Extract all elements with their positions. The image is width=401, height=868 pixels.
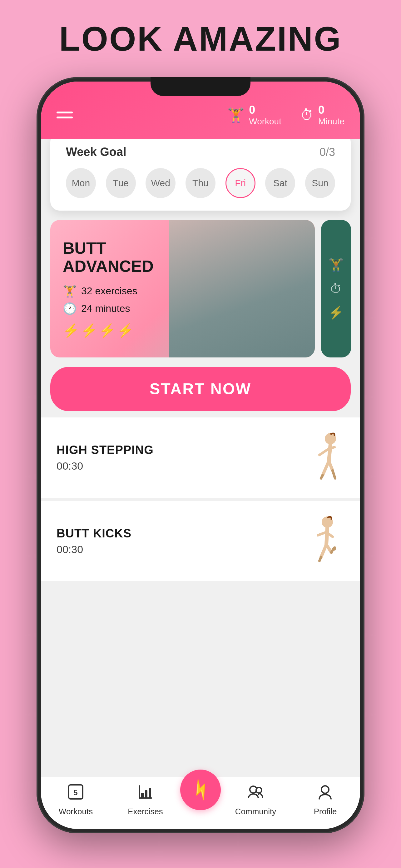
community-nav-label: Community	[235, 807, 276, 816]
workout-name: BUTT ADVANCED	[63, 239, 196, 275]
fab-dumbbell-icon: ⚡	[186, 776, 215, 804]
community-nav-icon	[247, 783, 264, 804]
exercises-count: 32 exercises	[81, 285, 137, 297]
workout-stat: 🏋️ 0 Workout	[227, 103, 281, 127]
exercise-2-info: BUTT KICKS 00:30	[57, 527, 132, 556]
phone-frame: 🏋️ 0 Workout ⏱ 0 Minute	[37, 77, 364, 833]
minute-stat: ⏱ 0 Minute	[300, 103, 344, 127]
workouts-nav-icon: 5	[67, 783, 84, 804]
week-goal-progress: 0/3	[320, 146, 335, 159]
svg-text:5: 5	[73, 788, 77, 797]
svg-rect-6	[149, 788, 151, 798]
exercise-2-figure	[307, 514, 344, 569]
exercise-1-name: HIGH STEPPING	[57, 443, 154, 457]
bottom-nav: 5 Workouts Exercises	[41, 777, 360, 829]
profile-nav-label: Profile	[314, 807, 337, 816]
duration-meta: 🕐 24 minutes	[63, 302, 196, 315]
bolt-2: ⚡	[81, 323, 97, 338]
exercise-list: HIGH STEPPING 00:30	[41, 414, 360, 587]
week-goal-card: Week Goal 0/3 Mon Tue Wed Thu Fri Sat Su…	[50, 139, 351, 211]
exercises-meta: 🏋️ 32 exercises	[63, 285, 196, 298]
scroll-content: Week Goal 0/3 Mon Tue Wed Thu Fri Sat Su…	[41, 139, 360, 777]
bolt-3: ⚡	[99, 323, 115, 338]
exercise-item-butt-kicks[interactable]: BUTT KICKS 00:30	[41, 501, 360, 581]
exercise-item-high-stepping[interactable]: HIGH STEPPING 00:30	[41, 417, 360, 498]
days-row: Mon Tue Wed Thu Fri Sat Sun	[66, 168, 335, 198]
day-sat[interactable]: Sat	[265, 168, 295, 198]
minute-label: Minute	[318, 117, 344, 127]
workout-stat-info: 0 Workout	[249, 103, 281, 127]
exercise-2-duration: 00:30	[57, 544, 132, 556]
app-content: 🏋️ 0 Workout ⏱ 0 Minute	[41, 82, 360, 829]
day-fri[interactable]: Fri	[226, 168, 256, 198]
day-tue[interactable]: Tue	[106, 168, 136, 198]
phone-screen: 🏋️ 0 Workout ⏱ 0 Minute	[41, 82, 360, 829]
exercise-1-info: HIGH STEPPING 00:30	[57, 443, 154, 472]
minute-stat-info: 0 Minute	[318, 103, 344, 127]
workout-meta: 🏋️ 32 exercises 🕐 24 minutes	[63, 285, 196, 315]
workout-cards-section: BUTT ADVANCED 🏋️ 32 exercises 🕐 24 minut…	[41, 211, 360, 358]
start-now-button[interactable]: START NOW	[50, 367, 351, 411]
workout-count: 0	[249, 103, 255, 117]
day-mon[interactable]: Mon	[66, 168, 96, 198]
bolt-4-dim: ⚡	[117, 323, 133, 338]
nav-profile[interactable]: Profile	[291, 783, 360, 816]
minute-count: 0	[318, 103, 325, 117]
exercises-nav-icon	[137, 783, 154, 804]
svg-rect-4	[141, 793, 144, 798]
nav-fab-button[interactable]: ⚡	[180, 770, 221, 810]
featured-workout-card[interactable]: BUTT ADVANCED 🏋️ 32 exercises 🕐 24 minut…	[50, 220, 315, 358]
peek-clock-icon: ⏱	[330, 282, 342, 296]
timer-icon: ⏱	[300, 107, 314, 123]
peek-workout-card[interactable]: 🏋️ ⏱ ⚡	[321, 220, 351, 358]
peek-dumbbell-icon: 🏋️	[328, 258, 344, 273]
day-thu[interactable]: Thu	[186, 168, 215, 198]
nav-community[interactable]: Community	[221, 783, 291, 816]
week-goal-title: Week Goal	[66, 145, 127, 159]
week-goal-header: Week Goal 0/3	[66, 145, 335, 159]
workout-label: Workout	[249, 117, 281, 127]
day-sun[interactable]: Sun	[305, 168, 335, 198]
difficulty-icons: ⚡ ⚡ ⚡ ⚡	[63, 323, 196, 338]
page-title: LOOK AMAZING	[59, 19, 342, 58]
profile-nav-icon	[317, 783, 334, 804]
clock-icon: 🕐	[63, 302, 77, 315]
hamburger-menu-icon[interactable]	[57, 112, 73, 118]
cards-wrapper: BUTT ADVANCED 🏋️ 32 exercises 🕐 24 minut…	[50, 220, 351, 358]
bolt-1: ⚡	[63, 323, 79, 338]
nav-workouts[interactable]: 5 Workouts	[41, 783, 110, 816]
dumbbell-icon: 🏋️	[227, 107, 244, 123]
exercise-1-duration: 00:30	[57, 460, 154, 472]
day-wed[interactable]: Wed	[145, 168, 175, 198]
nav-exercises[interactable]: Exercises	[110, 783, 180, 816]
workouts-nav-label: Workouts	[59, 807, 93, 816]
exercise-2-name: BUTT KICKS	[57, 527, 132, 540]
header-stats: 🏋️ 0 Workout ⏱ 0 Minute	[227, 103, 344, 127]
dumbbell-small-icon: 🏋️	[63, 285, 77, 298]
svg-rect-5	[145, 790, 147, 798]
workout-card-content: BUTT ADVANCED 🏋️ 32 exercises 🕐 24 minut…	[50, 220, 209, 358]
peek-bolt-icon: ⚡	[328, 305, 344, 320]
exercises-nav-label: Exercises	[128, 807, 163, 816]
phone-notch	[151, 77, 250, 96]
exercise-1-figure	[307, 430, 344, 485]
workout-duration: 24 minutes	[81, 303, 130, 314]
svg-point-9	[321, 786, 329, 793]
